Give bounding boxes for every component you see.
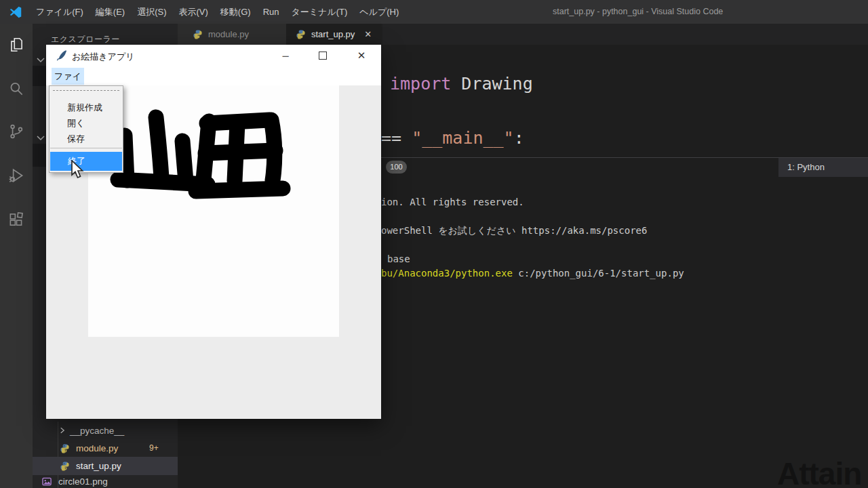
- tree-item-label: circle01.png: [58, 476, 108, 487]
- menu-file[interactable]: ファイル(F): [30, 0, 90, 24]
- tab-label: start_up.py: [311, 29, 355, 39]
- watermark-logo: Attain: [777, 455, 861, 488]
- extensions-icon[interactable]: [0, 203, 33, 236]
- code-module: Drawing: [451, 74, 532, 94]
- python-icon: [193, 29, 203, 39]
- chevron-down-icon[interactable]: [36, 57, 45, 63]
- code-string: "__main__": [412, 128, 514, 148]
- menu-tearoff-dashes[interactable]: [53, 90, 119, 91]
- paint-menubar: ファイル: [46, 66, 381, 85]
- menu-help[interactable]: ヘルプ(H): [353, 0, 405, 24]
- terminal-selector-dropdown[interactable]: 1: Python: [778, 158, 868, 177]
- tab-start-up-py[interactable]: start_up.py ✕: [286, 24, 382, 45]
- file-dropdown-menu: 新規作成 開く 保存 終了: [49, 85, 123, 173]
- code-keyword: import: [390, 74, 451, 94]
- minimize-button[interactable]: ─: [267, 45, 304, 66]
- paint-menu-file[interactable]: ファイル: [52, 68, 84, 85]
- tree-item-label: __pycache__: [70, 426, 124, 436]
- vscode-logo-icon: [8, 5, 23, 20]
- chevron-down-icon[interactable]: [36, 135, 45, 141]
- code-colon: :: [514, 128, 524, 148]
- python-icon: [60, 461, 70, 471]
- maximize-box-glyph: [319, 52, 327, 60]
- tree-item-label: module.py: [76, 443, 118, 453]
- maximize-button[interactable]: [304, 45, 342, 66]
- terminal-line: ion. All rights reserved.: [381, 197, 524, 207]
- tab-label: module.py: [208, 29, 249, 39]
- activity-bar: [0, 24, 33, 488]
- menu-item-exit[interactable]: 終了: [50, 152, 122, 171]
- menu-selection[interactable]: 選択(S): [131, 0, 172, 24]
- explorer-header: エクスプローラー: [51, 34, 120, 45]
- canvas-drawing: [88, 85, 339, 337]
- tree-item-label: start_up.py: [76, 461, 121, 471]
- menu-go[interactable]: 移動(G): [214, 0, 257, 24]
- tree-item-circle01[interactable]: circle01.png: [33, 475, 178, 488]
- chevron-right-icon: [58, 426, 66, 434]
- tab-module-py[interactable]: module.py: [178, 24, 286, 45]
- close-button[interactable]: ✕: [342, 45, 380, 66]
- count-badge: 100: [386, 161, 407, 174]
- vscode-titlebar: ファイル(F) 編集(E) 選択(S) 表示(V) 移動(G) Run ターミナ…: [0, 0, 868, 24]
- code-operator: ==: [381, 128, 412, 148]
- menu-item-open[interactable]: 開く: [50, 115, 123, 131]
- tk-feather-icon: [56, 49, 68, 62]
- python-icon: [60, 443, 70, 453]
- code-line-import: import Drawing: [390, 74, 533, 94]
- menu-run[interactable]: Run: [257, 0, 285, 24]
- image-file-icon: [42, 477, 52, 487]
- paint-window-titlebar[interactable]: お絵描きアプリ ─ ✕: [46, 45, 381, 66]
- menu-item-new[interactable]: 新規作成: [50, 100, 123, 115]
- menu-view[interactable]: 表示(V): [173, 0, 214, 24]
- terminal-command-line: bu/Anaconda3/python.exe c:/python_gui/6-…: [381, 268, 684, 279]
- search-icon[interactable]: [0, 73, 33, 105]
- menu-edit[interactable]: 編集(E): [90, 0, 131, 24]
- terminal-line: base: [387, 253, 410, 264]
- git-changes-badge: 9+: [149, 443, 159, 453]
- editor-tab-bar: module.py start_up.py ✕: [178, 24, 868, 45]
- explorer-icon[interactable]: [0, 28, 33, 61]
- paint-window-title: お絵描きアプリ: [72, 51, 135, 63]
- mouse-cursor: [71, 160, 84, 180]
- menu-separator: [50, 148, 122, 148]
- screen: ファイル(F) 編集(E) 選択(S) 表示(V) 移動(G) Run ターミナ…: [0, 0, 868, 488]
- close-icon[interactable]: ✕: [364, 29, 372, 39]
- source-control-icon[interactable]: [0, 115, 33, 148]
- code-line-main: == "__main__":: [381, 128, 524, 148]
- python-icon: [296, 29, 306, 39]
- terminal-args: c:/python_gui/6-1/start_up.py: [513, 268, 684, 279]
- terminal-line: owerShell をお試しください https://aka.ms/pscore…: [381, 225, 647, 237]
- tree-item-startup[interactable]: start_up.py: [33, 457, 178, 475]
- paint-canvas[interactable]: [88, 85, 339, 337]
- run-debug-icon[interactable]: [0, 159, 33, 192]
- tree-item-pycache[interactable]: __pycache__: [33, 422, 178, 439]
- menu-item-save[interactable]: 保存: [50, 131, 123, 146]
- tree-item-module[interactable]: module.py 9+: [33, 439, 178, 457]
- window-title: start_up.py - python_gui - Visual Studio…: [553, 0, 723, 24]
- menu-terminal[interactable]: ターミナル(T): [285, 0, 354, 24]
- terminal-exe-path: bu/Anaconda3/python.exe: [381, 268, 513, 279]
